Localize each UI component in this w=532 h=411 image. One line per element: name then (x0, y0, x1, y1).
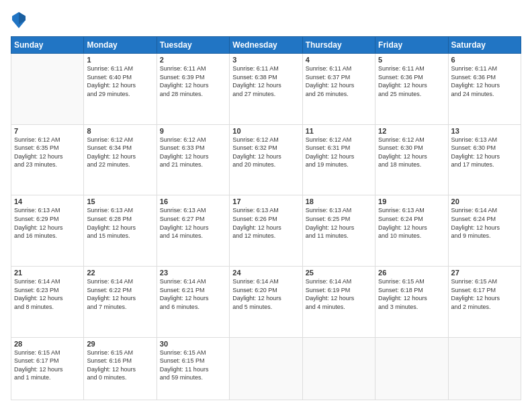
day-number: 14 (14, 197, 81, 205)
day-number: 27 (451, 269, 518, 277)
day-cell: 14Sunrise: 6:13 AM Sunset: 6:29 PM Dayli… (11, 195, 84, 267)
weekday-tuesday: Tuesday (157, 37, 229, 54)
weekday-header-row: SundayMondayTuesdayWednesdayThursdayFrid… (11, 37, 521, 54)
week-row-1: 7Sunrise: 6:12 AM Sunset: 6:35 PM Daylig… (11, 124, 521, 195)
day-number: 18 (306, 197, 372, 205)
day-cell (230, 337, 302, 400)
day-info: Sunrise: 6:15 AM Sunset: 6:15 PM Dayligh… (160, 349, 226, 382)
day-cell: 25Sunrise: 6:14 AM Sunset: 6:19 PM Dayli… (302, 267, 375, 338)
calendar-table: SundayMondayTuesdayWednesdayThursdayFrid… (11, 36, 521, 400)
day-cell: 24Sunrise: 6:14 AM Sunset: 6:20 PM Dayli… (230, 267, 302, 338)
day-cell: 3Sunrise: 6:11 AM Sunset: 6:38 PM Daylig… (230, 54, 302, 125)
week-row-4: 28Sunrise: 6:15 AM Sunset: 6:17 PM Dayli… (11, 337, 521, 400)
day-cell: 30Sunrise: 6:15 AM Sunset: 6:15 PM Dayli… (157, 337, 229, 400)
day-cell: 10Sunrise: 6:12 AM Sunset: 6:32 PM Dayli… (230, 124, 302, 195)
logo-icon (11, 11, 27, 30)
day-cell: 22Sunrise: 6:14 AM Sunset: 6:22 PM Dayli… (84, 267, 157, 338)
day-number: 20 (451, 197, 518, 205)
weekday-saturday: Saturday (448, 37, 521, 54)
day-cell: 8Sunrise: 6:12 AM Sunset: 6:34 PM Daylig… (84, 124, 157, 195)
day-info: Sunrise: 6:15 AM Sunset: 6:17 PM Dayligh… (14, 349, 81, 382)
day-info: Sunrise: 6:12 AM Sunset: 6:32 PM Dayligh… (232, 136, 299, 169)
day-cell: 1Sunrise: 6:11 AM Sunset: 6:40 PM Daylig… (84, 54, 157, 125)
day-info: Sunrise: 6:12 AM Sunset: 6:30 PM Dayligh… (378, 136, 445, 169)
day-number: 25 (306, 269, 372, 277)
day-info: Sunrise: 6:12 AM Sunset: 6:35 PM Dayligh… (14, 136, 81, 169)
day-number: 12 (378, 127, 445, 135)
day-info: Sunrise: 6:14 AM Sunset: 6:19 PM Dayligh… (306, 277, 372, 311)
day-cell (11, 54, 84, 125)
day-cell: 15Sunrise: 6:13 AM Sunset: 6:28 PM Dayli… (84, 195, 157, 267)
day-number: 7 (14, 127, 81, 135)
day-cell: 23Sunrise: 6:14 AM Sunset: 6:21 PM Dayli… (157, 267, 229, 338)
day-number: 3 (232, 56, 299, 64)
day-number: 6 (451, 56, 518, 64)
day-info: Sunrise: 6:12 AM Sunset: 6:31 PM Dayligh… (306, 136, 372, 169)
day-info: Sunrise: 6:11 AM Sunset: 6:37 PM Dayligh… (306, 64, 372, 98)
day-info: Sunrise: 6:11 AM Sunset: 6:40 PM Dayligh… (87, 64, 153, 98)
day-info: Sunrise: 6:14 AM Sunset: 6:20 PM Dayligh… (232, 277, 299, 311)
logo (11, 11, 30, 30)
day-info: Sunrise: 6:12 AM Sunset: 6:33 PM Dayligh… (160, 136, 226, 169)
day-info: Sunrise: 6:11 AM Sunset: 6:38 PM Dayligh… (232, 64, 299, 98)
weekday-wednesday: Wednesday (230, 37, 302, 54)
day-cell (302, 337, 375, 400)
day-number: 30 (160, 340, 226, 348)
day-info: Sunrise: 6:13 AM Sunset: 6:26 PM Dayligh… (232, 206, 299, 240)
day-cell (375, 337, 448, 400)
day-number: 1 (87, 56, 153, 64)
weekday-thursday: Thursday (302, 37, 375, 54)
day-cell: 2Sunrise: 6:11 AM Sunset: 6:39 PM Daylig… (157, 54, 229, 125)
day-info: Sunrise: 6:14 AM Sunset: 6:21 PM Dayligh… (160, 277, 226, 311)
day-info: Sunrise: 6:13 AM Sunset: 6:25 PM Dayligh… (306, 206, 372, 240)
day-number: 17 (232, 197, 299, 205)
day-number: 11 (306, 127, 372, 135)
day-info: Sunrise: 6:15 AM Sunset: 6:17 PM Dayligh… (451, 277, 518, 311)
day-cell: 18Sunrise: 6:13 AM Sunset: 6:25 PM Dayli… (302, 195, 375, 267)
day-cell: 20Sunrise: 6:14 AM Sunset: 6:24 PM Dayli… (448, 195, 521, 267)
day-number: 8 (87, 127, 153, 135)
weekday-sunday: Sunday (11, 37, 84, 54)
day-info: Sunrise: 6:13 AM Sunset: 6:24 PM Dayligh… (378, 206, 445, 240)
day-number: 16 (160, 197, 226, 205)
day-number: 2 (160, 56, 226, 64)
day-cell: 4Sunrise: 6:11 AM Sunset: 6:37 PM Daylig… (302, 54, 375, 125)
day-cell: 26Sunrise: 6:15 AM Sunset: 6:18 PM Dayli… (375, 267, 448, 338)
day-number: 23 (160, 269, 226, 277)
day-cell: 27Sunrise: 6:15 AM Sunset: 6:17 PM Dayli… (448, 267, 521, 338)
day-number: 24 (232, 269, 299, 277)
day-info: Sunrise: 6:13 AM Sunset: 6:28 PM Dayligh… (87, 206, 153, 240)
day-cell: 11Sunrise: 6:12 AM Sunset: 6:31 PM Dayli… (302, 124, 375, 195)
day-cell: 7Sunrise: 6:12 AM Sunset: 6:35 PM Daylig… (11, 124, 84, 195)
weekday-friday: Friday (375, 37, 448, 54)
day-info: Sunrise: 6:11 AM Sunset: 6:36 PM Dayligh… (378, 64, 445, 98)
page: SundayMondayTuesdayWednesdayThursdayFrid… (0, 0, 532, 411)
week-row-3: 21Sunrise: 6:14 AM Sunset: 6:23 PM Dayli… (11, 267, 521, 338)
day-number: 5 (378, 56, 445, 64)
day-cell (448, 337, 521, 400)
day-info: Sunrise: 6:13 AM Sunset: 6:29 PM Dayligh… (14, 206, 81, 240)
day-number: 10 (232, 127, 299, 135)
day-number: 22 (87, 269, 153, 277)
day-cell: 17Sunrise: 6:13 AM Sunset: 6:26 PM Dayli… (230, 195, 302, 267)
week-row-2: 14Sunrise: 6:13 AM Sunset: 6:29 PM Dayli… (11, 195, 521, 267)
day-number: 15 (87, 197, 153, 205)
day-cell: 13Sunrise: 6:13 AM Sunset: 6:30 PM Dayli… (448, 124, 521, 195)
day-cell: 5Sunrise: 6:11 AM Sunset: 6:36 PM Daylig… (375, 54, 448, 125)
day-cell: 12Sunrise: 6:12 AM Sunset: 6:30 PM Dayli… (375, 124, 448, 195)
header (11, 11, 521, 30)
day-info: Sunrise: 6:14 AM Sunset: 6:24 PM Dayligh… (451, 206, 518, 240)
day-number: 29 (87, 340, 153, 348)
day-info: Sunrise: 6:11 AM Sunset: 6:36 PM Dayligh… (451, 64, 518, 98)
day-number: 19 (378, 197, 445, 205)
week-row-0: 1Sunrise: 6:11 AM Sunset: 6:40 PM Daylig… (11, 54, 521, 125)
day-info: Sunrise: 6:11 AM Sunset: 6:39 PM Dayligh… (160, 64, 226, 98)
day-number: 13 (451, 127, 518, 135)
day-cell: 29Sunrise: 6:15 AM Sunset: 6:16 PM Dayli… (84, 337, 157, 400)
day-info: Sunrise: 6:15 AM Sunset: 6:16 PM Dayligh… (87, 349, 153, 382)
day-info: Sunrise: 6:13 AM Sunset: 6:27 PM Dayligh… (160, 206, 226, 240)
day-number: 28 (14, 340, 81, 348)
day-number: 26 (378, 269, 445, 277)
day-info: Sunrise: 6:13 AM Sunset: 6:30 PM Dayligh… (451, 136, 518, 169)
day-info: Sunrise: 6:14 AM Sunset: 6:22 PM Dayligh… (87, 277, 153, 311)
